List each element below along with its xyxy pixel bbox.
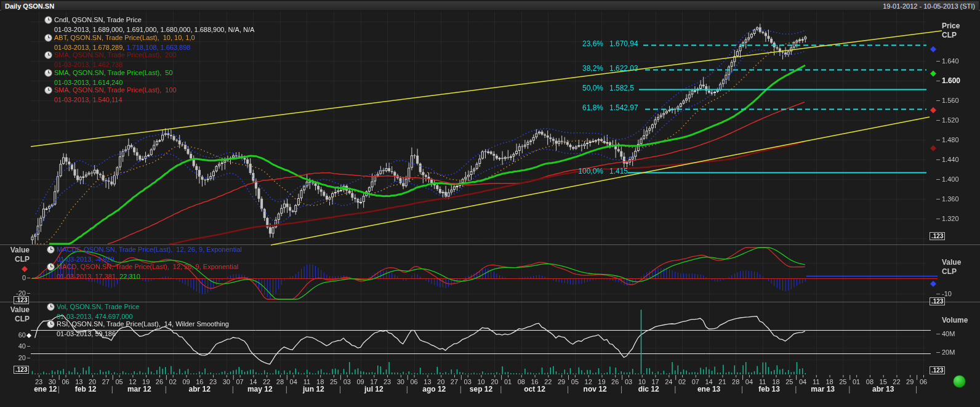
x-axis-month-label: jun 12	[296, 385, 331, 393]
price-axis-label: 1.320	[942, 215, 959, 222]
x-axis-day-label: 28	[274, 378, 286, 385]
title-bar[interactable]: Daily QSON.SN 19-01-2012 - 10-05-2013 (S…	[1, 1, 979, 11]
x-axis-month-separator: |	[567, 385, 569, 393]
price-axis-label: 1.560	[942, 97, 959, 104]
volume-20m-label: 20M	[942, 349, 955, 356]
price-legend-values: 01-03-2013, 1.678,289, 1.718,108, 1.663,…	[54, 44, 195, 52]
macd-legend-item[interactable]: MACDF, QSON.SN, Trade Price(Last), 12, 2…	[47, 246, 242, 264]
rsi-legend-item[interactable]: RSI, QSON.SN, Trade Price(Last), 14, Wil…	[47, 320, 229, 338]
price-legend-item[interactable]: ABT, QSON.SN, Trade Price(Last), 10, 10,…	[44, 34, 195, 52]
fib-value-label: 1.582,5	[609, 84, 634, 92]
price-axis-label: 1.400	[942, 175, 959, 183]
fib-value-label: 1.542,97	[609, 104, 638, 111]
x-axis-month-separator: |	[848, 385, 850, 393]
x-axis-day-label: 03	[341, 378, 353, 385]
macd-left-axis-currency: CLP	[0, 256, 30, 263]
price-legend-values: 01-03-2013, 1.540,114	[54, 96, 177, 104]
x-axis-month-label: dic 12	[632, 385, 666, 393]
price-axis-label: 1.600	[942, 77, 960, 84]
x-axis-month-label: sep 12	[464, 385, 499, 393]
price-legend-item[interactable]: SMA, QSON.SN, Trade Price(Last), 5001-03…	[44, 69, 173, 87]
x-axis-day-label: 04	[287, 378, 300, 385]
price-legend-title: SMA, QSON.SN, Trade Price(Last), 100	[54, 86, 177, 94]
window-title: Daily QSON.SN	[5, 2, 54, 10]
status-indicator-circle	[953, 375, 966, 388]
x-axis-month-separator: |	[339, 385, 341, 393]
macd-legend-item[interactable]: MACD, QSON.SN, Trade Price(Last), 12, 26…	[47, 263, 238, 281]
x-axis-day-label: 01	[502, 378, 514, 385]
indicator-clock-icon	[44, 69, 52, 77]
x-axis-day-label: 01	[850, 378, 862, 385]
x-axis-month-separator: |	[460, 385, 462, 393]
chart-window: Daily QSON.SN 19-01-2012 - 10-05-2013 (S…	[0, 0, 980, 407]
x-axis-day-label: 02	[676, 378, 688, 385]
rsi-60-label: 60	[0, 331, 26, 339]
fib-value-label: 1.670,94	[609, 40, 638, 47]
rsi-left-tick-size-box: .123	[14, 366, 29, 374]
x-axis-month-separator: |	[741, 385, 743, 393]
x-axis-month-label: ago 12	[417, 385, 451, 393]
x-axis-day-label: 06	[408, 378, 420, 385]
date-range: 19-01-2012 - 10-05-2013 (STI)	[883, 2, 975, 10]
price-legend-title: SMA, QSON.SN, Trade Price(Last), 200	[54, 51, 177, 59]
price-tick-size-box: .123	[930, 232, 945, 240]
indicator-clock-icon	[44, 86, 52, 94]
x-axis-day-label: 30	[395, 378, 407, 385]
x-axis-month-label: feb 12	[68, 385, 103, 393]
price-legend-item[interactable]: SMA, QSON.SN, Trade Price(Last), 20001-0…	[44, 51, 177, 69]
price-axis-label: 1.480	[942, 136, 959, 143]
x-axis-day-label: 24	[662, 378, 675, 385]
x-axis-month-separator: |	[111, 385, 113, 393]
x-axis-day-label: 26	[153, 378, 166, 385]
x-axis-month-separator: |	[674, 385, 676, 393]
indicator-clock-icon	[47, 320, 55, 328]
volume-40m-label: 40M	[942, 330, 955, 337]
x-axis-month-label: mar 13	[806, 385, 840, 393]
rsi-left-axis-title: Value	[0, 306, 30, 313]
x-axis-day-label: 05	[569, 378, 581, 385]
x-axis-month-separator: |	[621, 385, 622, 393]
fib-pct-label: 100,0%	[569, 167, 603, 175]
x-axis-month-separator: |	[165, 385, 167, 393]
macd-legend-title: MACDF, QSON.SN, Trade Price(Last), 12, 2…	[57, 246, 242, 254]
x-axis-day-label: 04	[743, 378, 755, 385]
price-axis-label: 1.640	[942, 57, 959, 65]
price-legend-title: ABT, QSON.SN, Trade Price(Last), 10, 10,…	[54, 34, 195, 42]
price-legend-title: Cndl, QSON.SN, Trade Price	[54, 16, 142, 24]
x-axis-day-label: 29	[904, 378, 916, 385]
x-axis-day-label: 07	[234, 378, 246, 385]
x-axis-day-label: 25	[327, 378, 340, 385]
fib-value-label: 1.415	[609, 167, 628, 175]
macd-minus10-label: -10	[942, 290, 952, 297]
macd-minus20-label: -20	[0, 289, 26, 297]
indicator-clock-icon	[47, 303, 55, 311]
rsi-legend-item[interactable]: Vol, QSON.SN, Trade Price01-03-2013, 474…	[47, 303, 140, 321]
rsi-legend-title: Vol, QSON.SN, Trade Price	[57, 303, 140, 311]
fib-pct-label: 38,2%	[569, 65, 603, 72]
price-axis-label: 1.440	[942, 156, 959, 163]
price-axis-label: 1.360	[942, 195, 959, 203]
x-axis-month-separator: |	[286, 385, 287, 393]
price-axis-title: Price	[942, 22, 960, 30]
price-legend-item[interactable]: Cndl, QSON.SN, Trade Price01-03-2013, 1.…	[44, 16, 254, 34]
x-axis-month-separator: |	[795, 385, 797, 393]
x-axis-day-label: 02	[167, 378, 179, 385]
macd-left-tick-size-box: .123	[14, 296, 29, 304]
price-legend-values: 01-03-2013, 1.462,738	[54, 61, 177, 69]
x-axis-day-label: 27	[100, 378, 112, 385]
x-axis-month-separator: |	[915, 385, 917, 393]
indicator-clock-icon	[44, 51, 52, 59]
rsi-left-axis-currency: CLP	[0, 315, 30, 323]
x-axis-day-label: 03	[622, 378, 635, 385]
x-axis-month-label: nov 12	[578, 385, 612, 393]
macd-right-axis-title: Value	[942, 259, 961, 266]
fib-pct-label: 61,8%	[569, 104, 603, 111]
macd-right-axis-currency: CLP	[942, 268, 957, 275]
x-axis-month-separator: |	[500, 385, 502, 393]
indicator-clock-icon	[47, 246, 55, 254]
rsi-40-label: 40	[0, 342, 26, 350]
price-legend-values: 01-03-2013, 1.689,000, 1.691,000, 1.680,…	[54, 26, 254, 34]
price-legend-item[interactable]: SMA, QSON.SN, Trade Price(Last), 10001-0…	[44, 86, 177, 104]
price-legend-values: 01-03-2013, 1.614,240	[54, 79, 173, 87]
x-axis-day-label: 25	[837, 378, 849, 385]
